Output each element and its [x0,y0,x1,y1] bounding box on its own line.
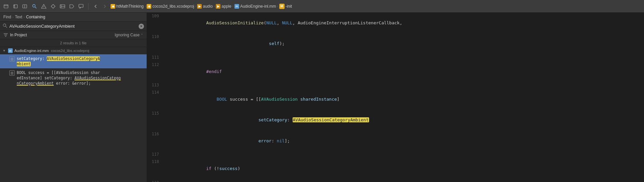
breadcrumb-apple-label: apple [221,4,231,9]
svg-line-16 [6,26,7,28]
code-token: AudioSessionInitialize [196,20,264,25]
tag-icon[interactable] [68,3,75,10]
line-number-114: 114 [147,89,164,96]
code-token: if [206,166,211,171]
result-match-2: AVAudioSessionCatego [74,76,121,80]
svg-rect-2 [14,5,17,8]
file-name-label: AudioEngine-inl.mm [14,49,49,53]
code-token: AVAudioSession [261,97,298,102]
breadcrumb-file[interactable]: m AudioEngine-inl.mm [234,4,276,9]
result-suffix-2: error: &error]; [54,81,91,86]
find-sep-1: › [12,15,13,19]
breadcrumb-xcodeproj[interactable]: ◆ cocos2d_libs.xcodeproj [147,4,194,9]
split-icon[interactable] [21,3,29,10]
close-icon[interactable] [12,3,19,10]
new-window-icon[interactable] [3,3,10,10]
toolbar-separator [88,3,89,10]
diamond-icon[interactable] [49,3,57,10]
breadcrumb-method[interactable]: M -init [279,4,292,9]
line-content-110: self); [164,33,644,54]
breadcrumb-sep-1: › [145,4,146,8]
result-text-1: setCategory: AVAudioSessionCategoryAmbie… [17,56,144,67]
line-content-115: setCategory: AVAudioSessionCategoryAmbie… [164,110,644,131]
line-number-113: 113 [147,82,164,88]
result-item-1[interactable]: setCategory: AVAudioSessionCategoryAmbie… [0,54,147,68]
find-label: Find [3,15,11,19]
warning-icon[interactable] [40,3,47,10]
code-token: , [277,20,282,25]
code-editor[interactable]: 109 AudioSessionInitialize(NULL, NULL, A… [147,13,644,182]
breadcrumb-apple[interactable]: ▶ apple [216,4,231,9]
case-label: Ignoring Case [115,33,140,37]
code-token [196,117,259,122]
svg-line-8 [35,7,36,8]
code-panel: 109 AudioSessionInitialize(NULL, NULL, A… [147,13,644,182]
line-number-110: 110 [147,34,164,40]
filter-case-selector[interactable]: Ignoring Case ⌃ [115,33,143,37]
code-line-109: 109 AudioSessionInitialize(NULL, NULL, A… [147,13,644,33]
line-content-118: if (!success) [164,158,644,179]
svg-rect-0 [4,5,8,8]
toolbar: ◆ htMathThinking › ◆ cocos2d_libs.xcodep… [0,0,644,13]
code-wrapper: 109 AudioSessionInitialize(NULL, NULL, A… [147,13,644,182]
code-token [196,41,269,46]
result-icon-1 [9,56,15,62]
code-token: , AudioEngineInterruptionListenerCallbac… [293,20,402,25]
line-number-115: 115 [147,110,164,117]
find-breadcrumb: Find › Text › Containing [0,13,147,22]
code-token: ]; [285,138,290,143]
main-content: Find › Text › Containing ✕ [0,13,644,182]
code-token: #endif [206,69,222,74]
code-token: ] [337,97,340,102]
line-content-112: #endif [164,61,644,82]
search-icon[interactable] [31,3,38,10]
filter-scope[interactable]: In Project [3,33,27,37]
filter-icon [3,33,8,37]
code-token [196,97,217,102]
code-line-116: 116 error: nil]; [147,131,644,151]
file-header[interactable]: ▼ m AudioEngine-inl.mm cocos2d_libs.xcod… [0,47,147,54]
result-match-1: AVAudioSessionCategoryA [47,56,100,61]
method-icon: M [279,4,285,9]
search-input[interactable] [9,24,137,29]
breadcrumb-sep-5: › [277,4,278,8]
svg-point-10 [44,7,44,8]
code-line-118: 118 if (!success) [147,158,644,179]
breadcrumb-sep-2: › [195,4,196,8]
line-number-111: 111 [147,54,164,61]
folder-icon-2: ▶ [216,4,220,9]
breadcrumb-project[interactable]: ◆ htMathThinking [111,4,144,9]
code-token: success = [[ [227,97,261,102]
line-content-114: BOOL success = [[AVAudioSession sharedIn… [164,89,644,110]
code-token [196,69,206,74]
code-line-117: 117 [147,151,644,158]
code-line-115: 115 setCategory: AVAudioSessionCategoryA… [147,110,644,131]
search-row: ✕ [0,22,147,31]
search-magnifier-icon [3,23,7,29]
filter-row: In Project Ignoring Case ⌃ [0,31,147,39]
code-token: sharedInstance [300,97,337,102]
list-icon[interactable] [59,3,66,10]
line-content-116: error: nil]; [164,131,644,151]
result-item-2[interactable]: BOOL success = [[AVAudioSession shar edI… [0,68,147,88]
code-token: error [259,138,272,143]
breadcrumb-audio[interactable]: ▶ audio [197,4,212,9]
code-line-110: 110 self); [147,33,644,54]
line-number-118: 118 [147,159,164,165]
comment-icon[interactable] [77,3,85,10]
code-line-111: 111 [147,54,644,61]
breadcrumb-sep-4: › [232,4,233,8]
code-line-113: 113 [147,82,644,89]
breadcrumb: ◆ htMathThinking › ◆ cocos2d_libs.xcodep… [111,4,641,9]
nav-back-button[interactable] [92,3,99,10]
code-token: ) [237,166,240,171]
code-line-114: 114 BOOL success = [[AVAudioSession shar… [147,89,644,110]
svg-rect-14 [79,4,83,7]
file-location-label: cocos2d_libs.xcodeproj [51,49,89,53]
code-token [196,166,206,171]
search-clear-button[interactable]: ✕ [139,24,144,29]
breadcrumb-file-label: AudioEngine-inl.mm [240,4,276,9]
svg-point-7 [33,4,35,7]
file-m-icon: m [234,4,239,9]
nav-forward-button[interactable] [101,3,109,10]
